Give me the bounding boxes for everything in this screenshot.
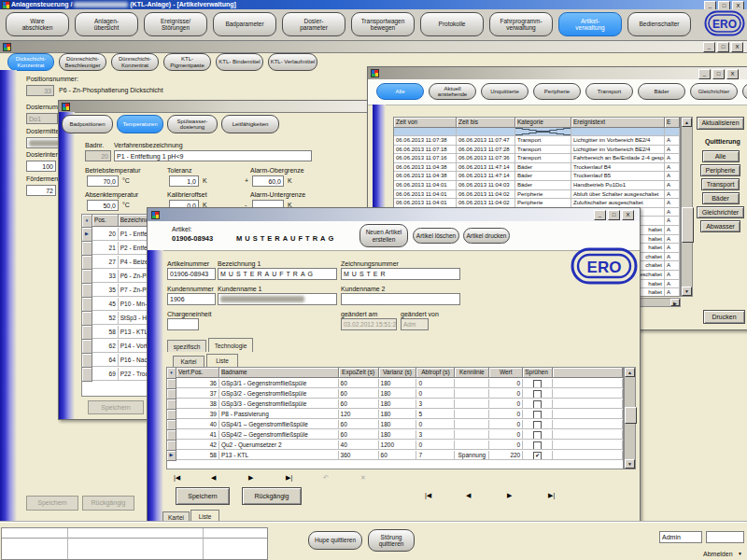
artikelnummer-field[interactable]: 01906-08943 xyxy=(167,268,216,280)
row-selector[interactable] xyxy=(82,326,92,340)
column-header-kategorie[interactable]: Kategorie xyxy=(515,118,571,128)
tab-dünnschicht--beschleuniger[interactable]: Dünnschicht- Beschleuniger xyxy=(59,53,106,71)
toolbar-button-3[interactable]: Ereignisse/ Störungen xyxy=(144,12,207,36)
tab-badpositionen[interactable]: Badpositionen xyxy=(62,115,113,133)
row-selector[interactable] xyxy=(82,354,92,368)
speichern-button[interactable]: Speichern xyxy=(26,496,78,511)
row-selector[interactable] xyxy=(167,430,176,441)
speichern-button[interactable]: Speichern xyxy=(88,400,144,414)
row-selector[interactable] xyxy=(82,242,92,256)
bezeichnung1-field[interactable]: MUSTERAUFTRAG xyxy=(218,268,337,280)
table-row[interactable]: 06.06.2013 11:07:1606.06.2013 11:07:36Tr… xyxy=(394,154,680,163)
checkbox[interactable] xyxy=(533,421,542,429)
checkbox[interactable] xyxy=(533,390,542,399)
row-selector[interactable] xyxy=(82,256,92,270)
row-selector[interactable] xyxy=(82,340,92,354)
quittierung-transport[interactable]: Transport xyxy=(701,178,740,190)
row-selector[interactable] xyxy=(167,420,176,430)
stoerung-quittieren-button[interactable]: Störung quittieren xyxy=(368,529,415,552)
quittierung-peripherie[interactable]: Peripherie xyxy=(700,164,741,176)
table-row[interactable]: 06.06.2013 11:07:1806.06.2013 11:07:28Tr… xyxy=(394,146,680,155)
table-row[interactable]: 42Qu2 - Querumsetzer 240120000 xyxy=(167,441,623,451)
nav-prev-icon[interactable]: ◀ xyxy=(211,474,216,482)
column-header-e[interactable]: E xyxy=(665,118,680,128)
chevron-down-icon[interactable]: ▼ xyxy=(738,551,742,556)
table-row[interactable]: 37GSp3/2 - Gegenstromfließspüle6018000 xyxy=(167,389,623,399)
column-header-verfpos[interactable]: Verf.Pos. xyxy=(176,368,219,378)
events-filter-row[interactable] xyxy=(394,128,680,136)
toolbar-button-6[interactable]: Transportwagen bewegen xyxy=(351,12,415,36)
tab-leitfähigkeiten[interactable]: Leitfähigkeiten xyxy=(221,115,279,133)
row-selector[interactable] xyxy=(167,441,176,451)
table-row[interactable]: 06.06.2013 11:04:0106.06.2013 11:04:03Bä… xyxy=(394,181,680,190)
hupe-quittieren-button[interactable]: Hupe quittieren xyxy=(308,531,362,550)
events-tab-peripherie[interactable]: Peripherie xyxy=(533,83,581,100)
maximize-icon[interactable]: □ xyxy=(608,210,620,220)
nav-prev-icon[interactable]: ◀ xyxy=(466,492,471,499)
verfahren-field[interactable]: P1 - Entfettung 1 pH<9 xyxy=(114,150,312,161)
kundenname2-field[interactable] xyxy=(341,293,460,305)
row-selector[interactable] xyxy=(167,410,176,420)
aktualisieren-button[interactable]: Aktualisieren xyxy=(697,117,744,130)
toolbar-button-2[interactable]: Anlagen- übersicht xyxy=(75,12,138,36)
maximize-icon[interactable]: □ xyxy=(712,69,725,79)
dosierintervall-field[interactable]: 100 xyxy=(26,161,56,172)
scroll-down-icon[interactable]: ▼ xyxy=(682,287,692,296)
filter-cell[interactable] xyxy=(394,128,457,136)
row-selector[interactable] xyxy=(82,368,92,382)
nav-next-icon[interactable]: ▶ xyxy=(507,492,512,499)
scroll-up-icon[interactable]: ▲ xyxy=(625,368,635,377)
tab-liste[interactable]: Liste xyxy=(206,354,238,367)
toleranz-field[interactable]: 1,0 xyxy=(169,175,199,187)
chargeneinheit-field[interactable] xyxy=(167,318,199,330)
quittierung-alle[interactable]: Alle xyxy=(702,150,740,162)
close-icon[interactable]: X xyxy=(731,42,743,52)
checkbox[interactable] xyxy=(533,411,542,419)
user-field[interactable]: Admin xyxy=(659,531,702,543)
table-row[interactable]: 38GSp3/3 - Gegenstromfließspüle6018030 xyxy=(167,399,623,410)
table-row[interactable]: 36GSp3/1 - Gegenstromfließspüle6018000 xyxy=(167,379,623,389)
scroll-down-icon[interactable]: ▼ xyxy=(625,459,635,469)
tab-ktl--bindemittel[interactable]: KTL- Bindemittel xyxy=(216,53,263,71)
checkbox[interactable] xyxy=(533,400,542,409)
filter-cell[interactable] xyxy=(571,128,665,136)
row-selector[interactable] xyxy=(82,312,92,326)
minimize-icon[interactable]: _ xyxy=(703,42,715,52)
scroll-thumb[interactable] xyxy=(625,407,637,424)
filter-cell[interactable] xyxy=(457,128,515,136)
filter-cell[interactable] xyxy=(665,128,680,136)
minimize-icon[interactable]: _ xyxy=(698,69,711,79)
column-header-wert[interactable]: Wert xyxy=(489,368,523,378)
table-row[interactable]: 40GSp4/1 – Gegenstromfließspüle6018000 xyxy=(167,420,623,430)
quittierung-abwasser[interactable]: Abwasser xyxy=(700,220,740,232)
nav-last-icon[interactable]: ▶| xyxy=(286,474,292,482)
scroll-up-icon[interactable]: ▲ xyxy=(682,118,692,127)
row-selector[interactable] xyxy=(82,298,92,312)
column-header-expozeit[interactable]: ExpoZeit (s) xyxy=(339,368,379,378)
toolbar-button-8[interactable]: Fahrprogramm- verwaltung xyxy=(489,12,553,36)
table-row[interactable]: ▶58P13 - KTL360607Spannung220✔ xyxy=(167,451,623,461)
row-selector[interactable] xyxy=(167,379,176,389)
kundennummer-field[interactable]: 1906 xyxy=(167,293,216,305)
drucken-button[interactable]: Drucken xyxy=(703,310,745,324)
row-selector[interactable] xyxy=(82,270,92,284)
filter-cross-icon[interactable] xyxy=(515,128,571,136)
table-row[interactable]: 06.06.2013 11:04:3806.06.2013 11:47:14Bä… xyxy=(394,172,680,181)
checkbox[interactable] xyxy=(533,431,542,440)
column-header-varianz[interactable]: Varianz (s) xyxy=(379,368,417,378)
table-row[interactable]: 39P8 - Passivierung12018050 xyxy=(167,410,623,420)
absenktemperatur-field[interactable]: 50,0 xyxy=(87,200,119,211)
column-header-ereignistext[interactable]: Ereignistext xyxy=(571,118,665,128)
rueckgaengig-button[interactable]: Rückgängig xyxy=(82,496,134,511)
nav-last-icon[interactable]: ▶| xyxy=(548,492,555,499)
betriebstemperatur-field[interactable]: 70,0 xyxy=(87,175,119,187)
artikel-drucken-button[interactable]: Artikel drucken xyxy=(463,228,510,244)
quittierung-gleichrichter[interactable]: Gleichrichter xyxy=(697,206,744,218)
events-tab-alle[interactable]: Alle xyxy=(376,83,424,100)
artikel-loeschen-button[interactable]: Artikel löschen xyxy=(413,228,459,244)
checkbox-checked[interactable]: ✔ xyxy=(533,452,542,460)
neuen-artikel-button[interactable]: Neuen Artikel erstellen xyxy=(359,224,408,247)
tab-ktl--pigmentpaste[interactable]: KTL- Pigmentpaste xyxy=(163,53,211,71)
column-header-zeit-bis[interactable]: Zeit bis xyxy=(457,118,515,128)
table-row[interactable]: 06.06.2013 11:04:3806.06.2013 11:47:14Bä… xyxy=(394,163,680,173)
